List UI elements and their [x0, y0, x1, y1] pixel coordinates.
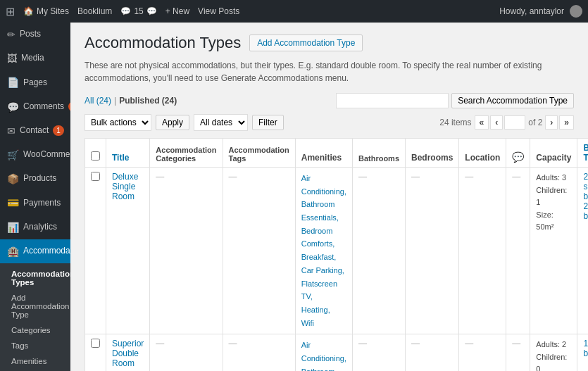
row1-bed-type-link[interactable]: 2 single beds, 2 twin beds: [583, 172, 588, 221]
row2-amenities-list: Air Conditioning, Bathroom Essentials, B…: [301, 339, 346, 371]
sort-bed-type-link[interactable]: Bed Type: [583, 143, 588, 163]
new-label: + New: [165, 6, 189, 16]
filter-button[interactable]: Filter: [252, 115, 284, 130]
row2-amenities: Air Conditioning, Bathroom Essentials, B…: [295, 334, 352, 371]
accommodation-types-table: Title Accommodation Categories Accommoda…: [85, 138, 588, 371]
admin-bar-right: Howdy, anntaylor: [499, 5, 582, 18]
row2-capacity: Adults: 2 Children: 0 Size: 45m²: [530, 334, 577, 371]
items-count-label: 24 items: [439, 118, 471, 127]
avatar: [570, 5, 582, 18]
chat-header-icon: 💬: [512, 151, 524, 163]
last-page-button[interactable]: »: [559, 115, 574, 130]
sidebar-label-products: Products: [23, 173, 56, 184]
page-description: These are not physical accommodations, b…: [85, 59, 574, 84]
col-header-capacity: Capacity: [530, 139, 577, 168]
first-page-button[interactable]: «: [475, 115, 489, 130]
sidebar-item-pages[interactable]: 📄 Pages: [0, 70, 70, 94]
sidebar-label-analytics: Analytics: [23, 222, 57, 233]
row2-bed-type-link[interactable]: 1 twin bed: [583, 339, 588, 358]
table-row: Superior Double Room — — Air Conditionin…: [85, 334, 589, 371]
row2-checkbox-cell: [85, 334, 106, 371]
search-box: Search Accommodation Type: [336, 93, 574, 108]
analytics-icon: 📊: [7, 221, 19, 234]
col-header-bathrooms: Bathrooms: [352, 139, 405, 168]
apply-button[interactable]: Apply: [156, 115, 189, 130]
row1-title-link[interactable]: Deluxe Single Room: [112, 172, 138, 201]
sidebar-item-accommodation[interactable]: 🏨 Accommodation: [0, 239, 70, 263]
sidebar: ✏ Posts 🖼 Media 📄 Pages 💬 Comments 1 ✉ C…: [0, 23, 70, 371]
col-header-bed-type: Bed Type: [577, 139, 588, 168]
sidebar-item-woocommerce[interactable]: 🛒 WooCommerce: [0, 143, 70, 167]
prev-page-button[interactable]: ‹: [490, 115, 503, 130]
contact-icon: ✉: [7, 125, 15, 137]
row2-accomm-tags: —: [223, 334, 295, 371]
accommodation-icon: 🏨: [7, 245, 19, 258]
my-sites-icon: 🏠: [23, 6, 34, 16]
search-accommodation-input[interactable]: [336, 93, 449, 108]
pagination: « ‹ 1 of 2 › »: [475, 115, 574, 130]
row2-title: Superior Double Room: [106, 334, 150, 371]
add-accommodation-type-button[interactable]: Add Accommodation Type: [249, 34, 363, 51]
sidebar-label-payments: Payments: [23, 198, 61, 209]
site-name[interactable]: Booklium: [77, 6, 112, 16]
page-header: Accommodation Types Add Accommodation Ty…: [85, 34, 574, 52]
sidebar-sub-categories[interactable]: Categories: [0, 322, 70, 338]
comment-zero-icon: 💬: [146, 6, 157, 16]
main-content: Accommodation Types Add Accommodation Ty…: [70, 23, 588, 371]
sidebar-item-payments[interactable]: 💳 Payments: [0, 191, 70, 215]
col-header-amenities: Amenities: [295, 139, 352, 168]
payments-icon: 💳: [7, 196, 19, 209]
woocommerce-icon: 🛒: [7, 149, 19, 161]
row2-bedrooms: —: [406, 334, 459, 371]
date-filter-select[interactable]: All dates: [194, 114, 248, 131]
sidebar-sub-tags[interactable]: Tags: [0, 338, 70, 353]
col-header-chat: 💬: [506, 139, 530, 168]
filter-published[interactable]: Published (24): [119, 96, 177, 106]
sidebar-item-products[interactable]: 📦 Products: [0, 167, 70, 191]
sidebar-sub-add-accommodation-type[interactable]: Add Accommodation Type: [0, 290, 70, 322]
row1-title: Deluxe Single Room: [106, 168, 150, 334]
row2-chat: —: [506, 334, 530, 371]
row1-amenities: Air Conditioning, Bathroom Essentials, B…: [295, 168, 352, 334]
sort-title-link[interactable]: Title: [112, 153, 129, 163]
search-accommodation-button[interactable]: Search Accommodation Type: [451, 93, 574, 108]
sidebar-item-media[interactable]: 🖼 Media: [0, 46, 70, 70]
sidebar-item-analytics[interactable]: 📊 Analytics: [0, 215, 70, 239]
site-label: Booklium: [77, 6, 112, 16]
sidebar-sub-accommodation-types[interactable]: Accommodation Types: [0, 266, 70, 290]
sidebar-label-accommodation: Accommodation: [23, 246, 70, 257]
my-sites-label: My Sites: [37, 6, 69, 16]
comments-count[interactable]: 💬 15 💬: [120, 6, 156, 16]
products-icon: 📦: [7, 172, 19, 185]
page-number-input[interactable]: 1: [504, 115, 525, 130]
row1-capacity: Adults: 3 Children: 1 Size: 50m²: [530, 168, 577, 334]
sidebar-item-contact[interactable]: ✉ Contact 1: [0, 119, 70, 143]
row2-accomm-cats: —: [150, 334, 223, 371]
col-header-location: Location: [459, 139, 506, 168]
row1-checkbox-cell: [85, 168, 106, 334]
row1-amenities-list: Air Conditioning, Bathroom Essentials, B…: [301, 172, 346, 329]
view-posts[interactable]: View Posts: [198, 6, 239, 16]
howdy-label: Howdy, anntaylor: [499, 6, 564, 16]
row1-chat: —: [506, 168, 530, 334]
my-sites-menu[interactable]: 🏠 My Sites: [23, 6, 69, 16]
media-icon: 🖼: [7, 52, 17, 65]
sidebar-sub-amenities[interactable]: Amenities: [0, 353, 70, 369]
filter-all[interactable]: All (24): [85, 96, 111, 106]
filter-row: All (24) | Published (24) Search Accommo…: [85, 93, 574, 108]
col-header-accomm-cats: Accommodation Categories: [150, 139, 223, 168]
row2-bed-type: 1 twin bed: [577, 334, 588, 371]
row1-capacity-details: Adults: 3 Children: 1 Size: 50m²: [536, 172, 571, 234]
sidebar-item-comments[interactable]: 💬 Comments 1: [0, 95, 70, 119]
row2-checkbox[interactable]: [91, 339, 100, 348]
select-all-checkbox[interactable]: [91, 151, 100, 161]
row1-accomm-cats: —: [150, 168, 223, 334]
bulk-action-select[interactable]: Bulk actions: [85, 114, 151, 131]
new-content[interactable]: + New: [165, 6, 189, 16]
sidebar-label-pages: Pages: [23, 77, 47, 89]
row2-title-link[interactable]: Superior Double Room: [112, 339, 144, 368]
sidebar-item-posts[interactable]: ✏ Posts: [0, 23, 70, 46]
next-page-button[interactable]: ›: [545, 115, 558, 130]
comment-count-label: 15: [134, 6, 143, 16]
row1-checkbox[interactable]: [91, 172, 100, 181]
